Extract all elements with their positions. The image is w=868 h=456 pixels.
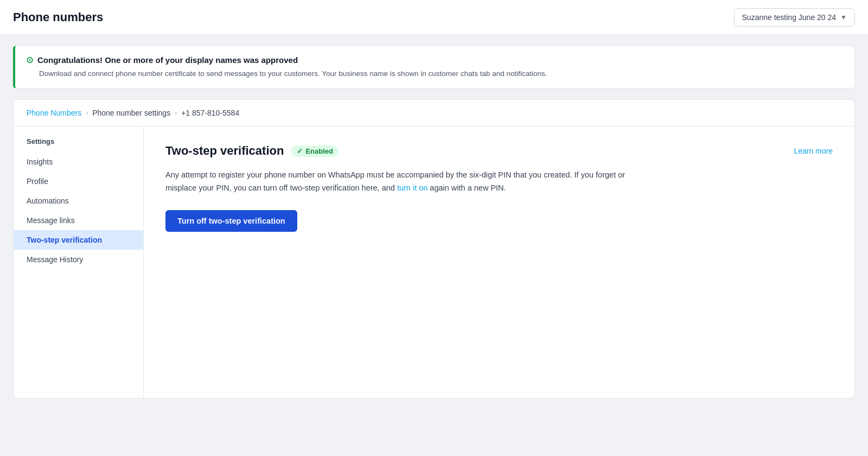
panel-header: Two-step verification ✓ Enabled Learn mo… [165,144,833,158]
enabled-badge: ✓ Enabled [291,145,339,157]
sidebar-item-profile[interactable]: Profile [14,172,143,191]
description-text-part2: again with a new PIN. [427,183,506,192]
sidebar-item-insights[interactable]: Insights [14,152,143,172]
breadcrumb-phone-number-settings: Phone number settings [92,109,170,117]
breadcrumb-phone-numbers[interactable]: Phone Numbers [27,109,81,117]
turn-it-on-link[interactable]: turn it on [397,183,427,192]
panel-title: Two-step verification [165,144,284,158]
top-bar: Phone numbers Suzanne testing June 20 24… [0,0,868,35]
breadcrumb-separator-2: › [175,109,177,117]
breadcrumb: Phone Numbers › Phone number settings › … [14,100,854,126]
turn-off-verification-button[interactable]: Turn off two-step verification [165,210,297,232]
panel-title-group: Two-step verification ✓ Enabled [165,144,339,158]
panel-description: Any attempt to register your phone numbe… [165,169,654,195]
breadcrumb-separator-1: › [86,109,88,117]
learn-more-link[interactable]: Learn more [794,147,833,155]
banner-description: Download and connect phone number certif… [39,68,844,79]
account-name: Suzanne testing June 20 24 [742,13,837,22]
banner-title: ⊙ Congratulations! One or more of your d… [26,55,844,65]
sidebar: Settings Insights Profile Automations Me… [14,126,144,398]
sidebar-item-automations[interactable]: Automations [14,191,143,211]
page-title: Phone numbers [13,10,103,24]
chevron-down-icon: ▼ [840,14,847,21]
sidebar-item-message-links[interactable]: Message links [14,211,143,230]
breadcrumb-phone-number: +1 857-810-5584 [181,109,239,117]
main-content: ⊙ Congratulations! One or more of your d… [0,35,868,409]
check-icon: ✓ [297,147,303,155]
sidebar-heading: Settings [14,135,143,152]
content-layout: Settings Insights Profile Automations Me… [14,126,854,398]
success-icon: ⊙ [26,55,33,65]
sidebar-item-message-history[interactable]: Message History [14,250,143,269]
description-text-part1: Any attempt to register your phone numbe… [165,170,625,192]
status-text: Enabled [305,147,333,155]
success-banner: ⊙ Congratulations! One or more of your d… [13,46,855,88]
settings-card: Phone Numbers › Phone number settings › … [13,99,855,398]
right-panel: Two-step verification ✓ Enabled Learn mo… [144,126,854,398]
account-selector[interactable]: Suzanne testing June 20 24 ▼ [734,8,855,27]
sidebar-item-two-step-verification[interactable]: Two-step verification [14,230,143,250]
